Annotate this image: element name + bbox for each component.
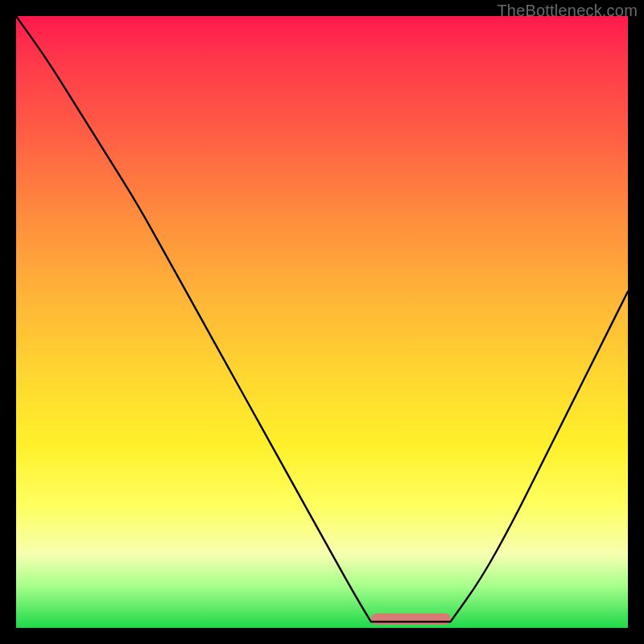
bottleneck-curve bbox=[16, 16, 628, 628]
chart-frame: TheBottleneck.com bbox=[0, 0, 644, 644]
plot-area bbox=[16, 16, 628, 628]
curve-path bbox=[16, 16, 628, 621]
